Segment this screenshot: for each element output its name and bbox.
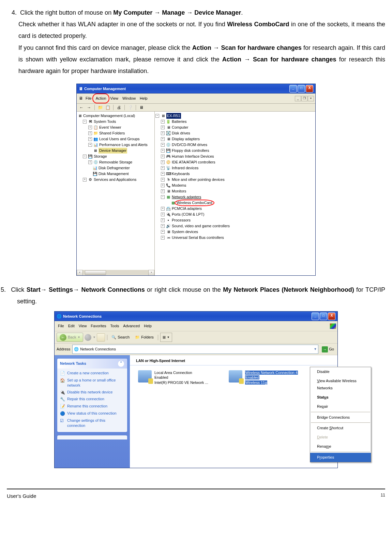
tree-item[interactable]: +🖥Computer [155, 125, 315, 130]
lan-icon [138, 370, 152, 383]
mdi-minimize[interactable]: _ [295, 96, 301, 101]
properties-icon[interactable]: 📋 [105, 105, 110, 110]
scrollbar[interactable]: ‹ › [77, 270, 154, 275]
tree-item[interactable]: +📞Modems [155, 183, 315, 188]
tree-item[interactable]: +📋Event Viewer [77, 125, 154, 130]
tree-item[interactable]: +🎮Human Interface Devices [155, 154, 315, 159]
back-icon: ← [60, 334, 66, 341]
tree-item[interactable]: +🔌Ports (COM & LPT) [155, 212, 315, 217]
tree-item[interactable]: +📡Infrared devices [155, 165, 315, 171]
tree-item[interactable]: +🖥System devices [155, 229, 315, 235]
menu-window[interactable]: Window [120, 94, 138, 103]
address-input[interactable]: 🌐 Network Connections ▼ [72, 345, 318, 354]
help-icon[interactable]: ❔ [127, 105, 133, 110]
task-repair[interactable]: 🔧Repair this connection [60, 396, 124, 402]
menu-view[interactable]: View [77, 322, 89, 330]
close-button[interactable]: X [306, 85, 313, 92]
menu-edit[interactable]: Edit [66, 322, 77, 330]
tree-item[interactable]: +🔊Sound, video and game controllers [155, 223, 315, 229]
mdi-close[interactable]: × [308, 96, 314, 101]
tree-item[interactable]: +⚙Services and Applications [77, 177, 154, 183]
tree-item[interactable]: −🖥EX-R51 [155, 113, 315, 119]
context-status[interactable]: Status [310, 393, 371, 402]
tree-item[interactable]: +🖥Display adapters [155, 136, 315, 142]
menu-file[interactable]: File [56, 322, 66, 330]
tree-item[interactable]: +⌨Keyboards [155, 171, 315, 177]
back-button[interactable]: ← Back ▼ [57, 333, 83, 342]
minimize-button[interactable]: _ [312, 313, 319, 320]
minimize-button[interactable]: _ [289, 85, 297, 92]
task-create[interactable]: 📄Create a new connection [60, 371, 124, 376]
tree-item[interactable]: +👥Local Users and Groups [77, 136, 154, 142]
tree-item[interactable]: +💾Floppy disk controllers [155, 148, 315, 154]
go-button[interactable]: → Go [320, 345, 335, 354]
tree-item-device-manager[interactable]: 🖥Device Manager [77, 148, 154, 154]
context-rename[interactable]: Rename [310, 442, 371, 451]
up-button[interactable] [97, 333, 105, 342]
menu-help[interactable]: Help [142, 322, 154, 330]
tree-item[interactable]: +🖱Mice and other pointing devices [155, 177, 315, 183]
tree-item[interactable]: −💾Storage [77, 154, 154, 159]
back-icon[interactable]: ← [79, 105, 84, 110]
close-button[interactable]: X [328, 313, 335, 320]
tree-item-network-adapters[interactable]: −▦Network adapters [155, 194, 315, 200]
up-icon[interactable]: 📁 [97, 105, 103, 110]
lan-connection[interactable]: Local Area Connection Enabled Intel(R) P… [138, 370, 208, 385]
task-setup[interactable]: 🏠Set up a home or small office network [60, 378, 124, 388]
task-settings[interactable]: ☑Change settings of this connection [60, 418, 124, 429]
context-repair[interactable]: Repair [310, 402, 371, 411]
mdi-restore[interactable]: ❐ [301, 96, 307, 101]
nc-menubar: File Edit View Favorites Tools Advanced … [55, 321, 337, 331]
context-shortcut[interactable]: Create Shortcut [310, 423, 371, 433]
nc-titlebar[interactable]: 🌐 Network Connections _ □ X [55, 312, 337, 321]
menu-view[interactable]: View [108, 94, 120, 103]
tree-item[interactable]: +📀IDE ATA/ATAPI controllers [155, 159, 315, 165]
menu-advanced[interactable]: Advanced [121, 322, 142, 330]
tree-item[interactable]: +🔋Batteries [155, 119, 315, 125]
menu-tools[interactable]: Tools [108, 322, 121, 330]
tree-item[interactable]: +💿Removable Storage [77, 159, 154, 165]
context-view-networks[interactable]: View Available Wireless Networks [310, 376, 371, 393]
home-icon: 🏠 [60, 378, 65, 388]
tree-item[interactable]: +📊Performance Logs and Alerts [77, 142, 154, 148]
go-icon: → [322, 346, 328, 352]
context-properties[interactable]: Properties [310, 453, 371, 462]
menu-favorites[interactable]: Favorites [89, 322, 108, 330]
task-disable[interactable]: 🔌Disable this network device [60, 390, 124, 395]
wlan-connection[interactable]: Wireless Network Connection 4 Enabled Wi… [229, 370, 298, 385]
tree-item[interactable]: +▪Processors [155, 217, 315, 223]
tree-item[interactable]: −🛠System Tools [77, 119, 154, 125]
menu-file[interactable]: File [84, 94, 94, 103]
print-icon[interactable]: 🖨 [116, 105, 122, 110]
tree-item[interactable]: +💿DVD/CD-ROM drives [155, 142, 315, 148]
maximize-button[interactable]: □ [320, 313, 327, 320]
scan-icon[interactable]: 🖥 [139, 105, 144, 110]
menu-action[interactable]: Action [94, 94, 108, 103]
context-bridge[interactable]: Bridge Connections [310, 413, 371, 422]
tree-item[interactable]: 💾Disk Management [77, 171, 154, 177]
collapse-icon[interactable]: ⌃ [118, 360, 124, 367]
tree-item[interactable]: +📁Shared Folders [77, 130, 154, 136]
task-rename[interactable]: 📝Rename this connection [60, 404, 124, 409]
tree-item-wireless-combocard[interactable]: ▦Wireless ComboCard [155, 200, 315, 206]
tree-item[interactable]: +🖥Monitors [155, 188, 315, 194]
tree-item[interactable]: 📊Disk Defragmenter [77, 165, 154, 171]
search-label: Search [118, 334, 130, 341]
panel-header[interactable]: Network Tasks ⌃ [57, 359, 127, 369]
forward-button[interactable] [85, 334, 91, 341]
tree-item[interactable]: +📇PCMCIA adapters [155, 206, 315, 212]
dropdown-icon[interactable]: ▼ [314, 346, 317, 352]
task-status[interactable]: 🔵View status of this connection [60, 411, 124, 417]
mdi-icon: 🖥 [78, 96, 84, 101]
tree-item[interactable]: +⫘Universal Serial Bus controllers [155, 235, 315, 241]
cm-titlebar[interactable]: 🖥 Computer Management _ □ X [77, 84, 315, 93]
tree-item[interactable]: +💽Disk drives [155, 130, 315, 136]
forward-icon[interactable]: → [86, 105, 92, 110]
search-button[interactable]: 🔍 Search [109, 333, 132, 342]
context-disable[interactable]: Disable [310, 367, 371, 376]
maximize-button[interactable]: □ [298, 85, 305, 92]
tree-item[interactable]: 🖥Computer Management (Local) [77, 113, 154, 119]
views-button[interactable]: ⊞▼ [160, 333, 172, 342]
menu-help[interactable]: Help [138, 94, 150, 103]
folders-button[interactable]: 📁 Folders [133, 333, 156, 342]
